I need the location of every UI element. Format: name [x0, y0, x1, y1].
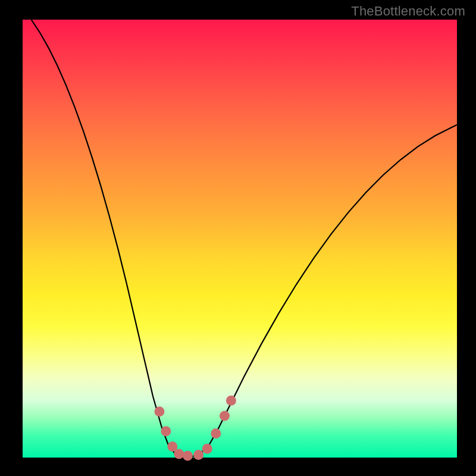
curve-marker: [220, 411, 230, 421]
curve-marker: [183, 451, 193, 461]
curve-marker: [161, 426, 171, 436]
curve-marker: [211, 428, 221, 439]
bottleneck-curve: [32, 20, 457, 457]
chart-frame: TheBottleneck.com: [0, 0, 476, 476]
curve-markers: [154, 396, 236, 461]
curve-marker: [174, 449, 184, 459]
curve-marker: [202, 444, 212, 454]
bottleneck-chart: [23, 20, 457, 458]
curve-marker: [193, 450, 203, 460]
watermark-text: TheBottleneck.com: [351, 4, 465, 19]
curve-marker: [154, 406, 164, 416]
curve-marker: [226, 396, 236, 406]
